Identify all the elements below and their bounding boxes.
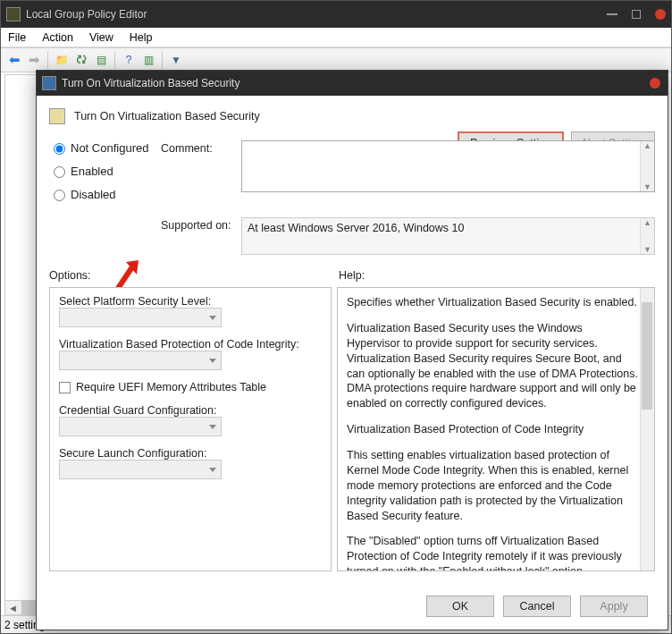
supported-scrollbar[interactable]: ▲▼ — [640, 218, 654, 254]
dialog-close-button[interactable] — [650, 78, 660, 89]
parent-titlebar[interactable]: Local Group Policy Editor — [1, 1, 671, 28]
opt-platform-security-label: Select Platform Security Level: — [59, 295, 322, 308]
gpedit-app-icon — [6, 7, 21, 21]
filter-icon[interactable]: ▼ — [168, 52, 184, 68]
apply-button[interactable]: Apply — [580, 596, 648, 617]
opt-uefi-checkbox[interactable]: Require UEFI Memory Attributes Table — [59, 381, 322, 393]
supported-on-text: At least Windows Server 2016, Windows 10 — [248, 222, 464, 234]
menu-file[interactable]: File — [8, 31, 26, 44]
radio-disabled[interactable]: Disabled — [49, 187, 161, 201]
radio-not-configured[interactable]: Not Configured — [49, 140, 161, 155]
opt-credential-guard-select[interactable] — [59, 417, 222, 436]
radio-not-configured-input[interactable] — [54, 143, 65, 155]
menu-help[interactable]: Help — [130, 31, 153, 44]
close-button[interactable] — [655, 9, 666, 20]
refresh-icon[interactable]: 🗘 — [73, 52, 89, 68]
minimize-button[interactable] — [607, 13, 617, 15]
comment-scrollbar[interactable]: ▲▼ — [640, 141, 654, 191]
help-p4: This setting enables virtualization base… — [347, 448, 638, 523]
dialog-body: Turn On Virtualization Based Security Pr… — [37, 96, 668, 630]
radio-enabled-input[interactable] — [54, 166, 65, 178]
folder-up-icon[interactable]: 📁 — [54, 52, 70, 68]
cancel-button[interactable]: Cancel — [503, 596, 571, 617]
opt-platform-security-select[interactable] — [59, 308, 222, 327]
help-scroll-thumb[interactable] — [642, 302, 652, 410]
maximize-button[interactable] — [632, 10, 641, 19]
help-p1: Specifies whether Virtualization Based S… — [347, 295, 638, 310]
help-icon[interactable]: ? — [121, 52, 137, 68]
scroll-left-icon[interactable]: ◄ — [5, 601, 21, 614]
menubar: File Action View Help — [1, 28, 671, 47]
help-p2: Virtualization Based Security uses the W… — [347, 321, 638, 411]
ok-button[interactable]: OK — [426, 596, 494, 617]
dialog-titlebar[interactable]: Turn On Virtualization Based Security — [37, 71, 668, 96]
supported-on-box: At least Windows Server 2016, Windows 10… — [241, 217, 655, 255]
forward-icon: ➡ — [26, 52, 42, 68]
dialog-header-text: Turn On Virtualization Based Security — [74, 110, 260, 123]
help-p3: Virtualization Based Protection of Code … — [347, 422, 638, 437]
radio-enabled[interactable]: Enabled — [49, 164, 161, 178]
help-label: Help: — [339, 269, 365, 282]
opt-credential-guard-label: Credential Guard Configuration: — [59, 404, 322, 417]
policy-dialog: Turn On Virtualization Based Security Tu… — [36, 70, 668, 630]
state-radio-group: Not Configured Enabled Disabled — [49, 140, 161, 210]
policy-icon — [49, 108, 65, 124]
comment-textarea[interactable]: ▲▼ — [241, 140, 655, 192]
help-p5: The "Disabled" option turns off Virtuali… — [347, 534, 638, 571]
comment-label: Comment: — [161, 140, 241, 210]
options-label: Options: — [49, 269, 339, 282]
back-icon[interactable]: ⬅ — [6, 52, 22, 68]
opt-code-integrity-label: Virtualization Based Protection of Code … — [59, 338, 322, 351]
parent-title-text: Local Group Policy Editor — [26, 8, 147, 21]
menu-view[interactable]: View — [89, 31, 113, 44]
menu-action[interactable]: Action — [42, 31, 73, 44]
opt-secure-launch-select[interactable] — [59, 460, 222, 479]
supported-on-label: Supported on: — [161, 217, 241, 255]
properties-icon[interactable]: ▥ — [140, 52, 156, 68]
checkbox-icon[interactable] — [59, 382, 71, 393]
opt-secure-launch-label: Secure Launch Configuration: — [59, 447, 322, 460]
dialog-app-icon — [42, 76, 56, 90]
opt-code-integrity-select[interactable] — [59, 351, 222, 370]
radio-disabled-input[interactable] — [54, 190, 65, 201]
toolbar: ⬅ ➡ 📁 🗘 ▤ ? ▥ ▼ — [1, 47, 671, 72]
help-panel: Specifies whether Virtualization Based S… — [337, 287, 655, 571]
export-icon[interactable]: ▤ — [93, 52, 109, 68]
options-panel: Select Platform Security Level: Virtuali… — [49, 287, 332, 571]
dialog-title-text: Turn On Virtualization Based Security — [62, 77, 239, 89]
